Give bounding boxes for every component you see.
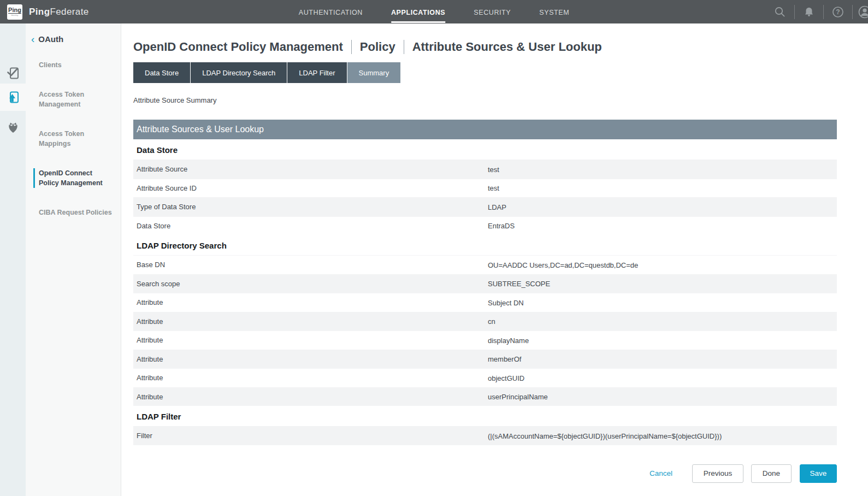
pingfederate-app: Ping Identity. PingFederate AUTHENTICATI… bbox=[0, 0, 868, 496]
section-heading-data-store: Data Store bbox=[133, 139, 837, 160]
breadcrumb: OpenID Connect Policy ManagementPolicyAt… bbox=[133, 40, 868, 54]
footer-actions: Cancel Previous Done Save bbox=[133, 464, 837, 483]
summary-row: Base DNOU=AADDC Users,DC=ad,DC=questdb,D… bbox=[133, 255, 837, 274]
row-value: Subject DN bbox=[488, 298, 524, 306]
summary-row: Data StoreEntraDS bbox=[133, 216, 837, 235]
section-heading-ldap-filter: LDAP Filter bbox=[133, 406, 837, 426]
tab-ldap-filter[interactable]: LDAP Filter bbox=[287, 62, 346, 83]
bell-icon[interactable] bbox=[795, 7, 823, 17]
top-nav-security[interactable]: SECURITY bbox=[474, 1, 511, 23]
summary-row: Attributecn bbox=[133, 312, 837, 331]
done-button[interactable]: Done bbox=[751, 464, 792, 483]
help-icon[interactable]: ? bbox=[824, 6, 852, 18]
summary-row: AttributedisplayName bbox=[133, 330, 837, 350]
ping-logo-subtext: Identity. bbox=[11, 14, 19, 16]
summary-row: AttributeSubject DN bbox=[133, 293, 837, 312]
sidebar-item-clients[interactable]: Clients bbox=[26, 60, 113, 70]
top-nav: AUTHENTICATIONAPPLICATIONSSECURITYSYSTEM bbox=[299, 0, 570, 23]
section-heading-ldap-directory-search: LDAP Directory Search bbox=[133, 235, 837, 255]
row-label: Base DN bbox=[133, 261, 165, 269]
tab-ldap-directory-search[interactable]: LDAP Directory Search bbox=[191, 62, 287, 83]
cancel-button[interactable]: Cancel bbox=[649, 469, 672, 477]
row-value: cn bbox=[488, 317, 495, 326]
summary-description: Attribute Source Summary bbox=[133, 96, 868, 104]
row-label: Attribute bbox=[133, 393, 163, 401]
sidebar-items: ClientsAccess Token ManagementAccess Tok… bbox=[26, 60, 121, 217]
oauth-shield-icon[interactable] bbox=[0, 114, 26, 141]
breadcrumb-part-attribute-sources-user-lookup: Attribute Sources & User Lookup bbox=[412, 40, 602, 54]
sp-connections-icon[interactable] bbox=[0, 60, 26, 87]
breadcrumb-separator bbox=[404, 40, 404, 54]
row-label: Attribute bbox=[133, 355, 163, 363]
row-value: userPrincipalName bbox=[488, 393, 548, 401]
row-label: Filter bbox=[133, 432, 152, 440]
summary-panel: Attribute Sources & User Lookup Data Sto… bbox=[133, 120, 837, 445]
row-label: Attribute bbox=[133, 298, 163, 306]
row-label: Attribute bbox=[133, 336, 163, 344]
breadcrumb-part-policy: Policy bbox=[360, 40, 395, 54]
svg-text:?: ? bbox=[836, 8, 840, 16]
summary-row: Attribute Sourcetest bbox=[133, 160, 837, 179]
sidebar-menu: ‹ OAuth ClientsAccess Token ManagementAc… bbox=[26, 23, 121, 237]
sidebar-item-access-token-management[interactable]: Access Token Management bbox=[26, 90, 113, 109]
row-value: test bbox=[488, 165, 499, 173]
sidebar-item-openid-connect-policy-management[interactable]: OpenID Connect Policy Management bbox=[33, 168, 113, 188]
row-value: LDAP bbox=[488, 203, 506, 211]
chevron-left-icon: ‹ bbox=[31, 36, 34, 43]
row-value: memberOf bbox=[488, 355, 521, 363]
top-nav-system[interactable]: SYSTEM bbox=[539, 1, 569, 23]
row-label: Attribute Source bbox=[133, 165, 187, 173]
tab-data-store[interactable]: Data Store bbox=[133, 62, 190, 83]
app-title-bold: Ping bbox=[29, 7, 50, 17]
summary-row: AttributeobjectGUID bbox=[133, 368, 837, 387]
sidebar: ‹ OAuth ClientsAccess Token ManagementAc… bbox=[0, 23, 121, 496]
panel-header: Attribute Sources & User Lookup bbox=[133, 120, 837, 139]
summary-row: Filter(|(sAMAccountName=${objectGUID})(u… bbox=[133, 426, 837, 445]
user-icon[interactable] bbox=[853, 5, 868, 19]
summary-row: AttributeuserPrincipalName bbox=[133, 387, 837, 406]
row-label: Attribute bbox=[133, 317, 163, 326]
row-value: SUBTREE_SCOPE bbox=[488, 280, 550, 288]
row-label: Attribute bbox=[133, 374, 163, 382]
main-content: OpenID Connect Policy ManagementPolicyAt… bbox=[122, 23, 868, 496]
summary-row: AttributememberOf bbox=[133, 350, 837, 369]
breadcrumb-separator bbox=[351, 40, 352, 54]
app-title: PingFederate bbox=[29, 7, 89, 17]
search-icon[interactable] bbox=[766, 6, 794, 18]
sidebar-item-access-token-mappings[interactable]: Access Token Mappings bbox=[26, 129, 113, 149]
app-title-light: Federate bbox=[50, 7, 88, 17]
wizard-tabs: Data StoreLDAP Directory SearchLDAP Filt… bbox=[133, 62, 868, 83]
sidebar-section-title: OAuth bbox=[38, 34, 63, 44]
row-label: Type of Data Store bbox=[133, 203, 196, 211]
row-value: displayName bbox=[488, 336, 529, 344]
applications-icon[interactable] bbox=[0, 84, 26, 111]
top-nav-authentication[interactable]: AUTHENTICATION bbox=[299, 1, 363, 23]
sidebar-back-oauth[interactable]: ‹ OAuth bbox=[31, 34, 121, 44]
tab-summary[interactable]: Summary bbox=[347, 62, 401, 83]
row-value: test bbox=[488, 184, 499, 192]
ping-logo-text: Ping bbox=[8, 7, 21, 14]
summary-sections: Data StoreAttribute SourcetestAttribute … bbox=[133, 139, 837, 445]
summary-row: Attribute Source IDtest bbox=[133, 179, 837, 198]
summary-row: Search scopeSUBTREE_SCOPE bbox=[133, 274, 837, 293]
row-label: Search scope bbox=[133, 280, 180, 288]
row-value: EntraDS bbox=[488, 222, 515, 230]
previous-button[interactable]: Previous bbox=[692, 464, 743, 483]
breadcrumb-part-openid-connect-policy-management: OpenID Connect Policy Management bbox=[133, 40, 343, 54]
top-nav-bar: Ping Identity. PingFederate AUTHENTICATI… bbox=[0, 0, 868, 23]
row-label: Data Store bbox=[133, 222, 170, 230]
row-value: (|(sAMAccountName=${objectGUID})(userPri… bbox=[488, 432, 722, 440]
row-value: OU=AADDC Users,DC=ad,DC=questdb,DC=de bbox=[488, 261, 638, 269]
row-value: objectGUID bbox=[488, 374, 524, 382]
summary-row: Type of Data StoreLDAP bbox=[133, 197, 837, 216]
top-nav-applications[interactable]: APPLICATIONS bbox=[391, 1, 445, 23]
sidebar-item-ciba-request-policies[interactable]: CIBA Request Policies bbox=[26, 208, 113, 217]
ping-identity-logo[interactable]: Ping Identity. bbox=[7, 4, 22, 20]
save-button[interactable]: Save bbox=[800, 464, 837, 483]
top-icon-group: ? bbox=[766, 0, 868, 23]
sidebar-icon-rail bbox=[0, 23, 26, 496]
row-label: Attribute Source ID bbox=[133, 184, 197, 192]
